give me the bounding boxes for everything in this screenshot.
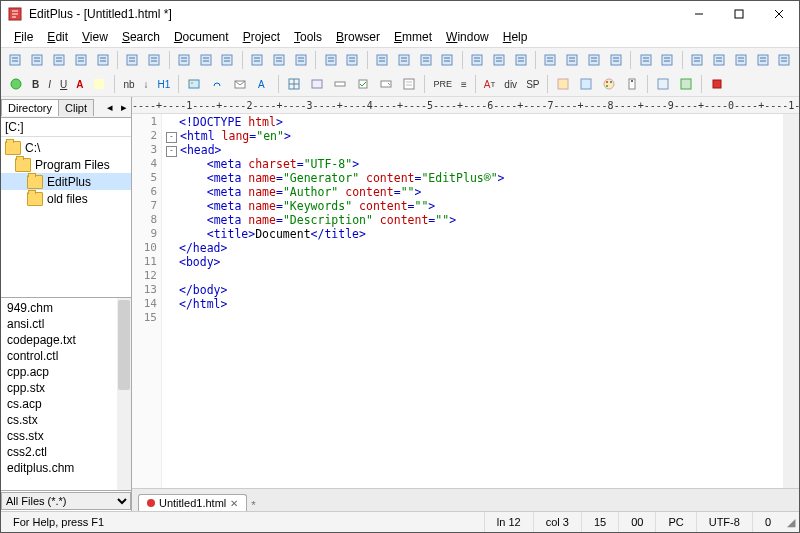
note-button[interactable] [621, 73, 643, 95]
new-button[interactable] [5, 49, 26, 71]
settings-button[interactable] [752, 49, 773, 71]
redo-button[interactable] [342, 49, 363, 71]
object-button[interactable] [675, 73, 697, 95]
paste-button[interactable] [290, 49, 311, 71]
form-button[interactable] [306, 73, 328, 95]
file-item[interactable]: cs.stx [3, 412, 129, 428]
textfont-button[interactable]: AT [480, 73, 500, 95]
menu-file[interactable]: File [7, 28, 40, 46]
file-item[interactable]: css2.ctl [3, 444, 129, 460]
editor-scrollbar[interactable] [783, 114, 799, 488]
file-item[interactable]: cs.acp [3, 396, 129, 412]
css-button[interactable] [575, 73, 597, 95]
minimize-button[interactable] [679, 1, 719, 27]
close-button[interactable] [759, 1, 799, 27]
folder-tree[interactable]: C:\Program FilesEditPlusold files [1, 137, 131, 297]
highlight-button[interactable] [88, 73, 110, 95]
tree-node[interactable]: old files [1, 190, 131, 207]
options-button[interactable] [774, 49, 795, 71]
replace-button[interactable] [489, 49, 510, 71]
menu-window[interactable]: Window [439, 28, 496, 46]
goto-button[interactable] [510, 49, 531, 71]
sidebar-tab-cliptext[interactable]: Clipt [58, 99, 94, 116]
italic-button[interactable]: I [44, 73, 55, 95]
mail-button[interactable] [229, 73, 251, 95]
world-icon[interactable] [5, 73, 27, 95]
undo-button[interactable] [320, 49, 341, 71]
document-tab-close-icon[interactable]: ✕ [230, 498, 238, 509]
input-button[interactable] [329, 73, 351, 95]
windows-button[interactable] [605, 49, 626, 71]
record-button[interactable] [709, 49, 730, 71]
file-item[interactable]: ansi.ctl [3, 316, 129, 332]
linenum-button[interactable] [393, 49, 414, 71]
menu-search[interactable]: Search [115, 28, 167, 46]
resize-grip-icon[interactable]: ◢ [783, 516, 799, 529]
document-tab[interactable]: Untitled1.html ✕ [138, 494, 247, 511]
save-button[interactable] [70, 49, 91, 71]
preview-button[interactable] [122, 49, 143, 71]
heading-button[interactable]: H1 [154, 73, 175, 95]
open-remote-button[interactable] [49, 49, 70, 71]
table-button[interactable] [283, 73, 305, 95]
font-button[interactable]: A [252, 73, 274, 95]
sidebar-nav-right-icon[interactable]: ▸ [117, 101, 131, 114]
ruler-toggle-button[interactable] [415, 49, 436, 71]
palette-button[interactable] [598, 73, 620, 95]
sidebar-tab-directory[interactable]: Directory [1, 99, 59, 116]
drive-selector[interactable]: [C:] [1, 118, 131, 137]
cut-button[interactable] [247, 49, 268, 71]
menu-browser[interactable]: Browser [329, 28, 387, 46]
list-button[interactable]: ≡ [457, 73, 471, 95]
image-button[interactable] [183, 73, 205, 95]
sidebar-nav-left-icon[interactable]: ◂ [103, 101, 117, 114]
file-item[interactable]: cpp.acp [3, 364, 129, 380]
textarea-button[interactable] [398, 73, 420, 95]
sync-button[interactable] [687, 49, 708, 71]
window-button[interactable] [584, 49, 605, 71]
checkbox-button[interactable] [352, 73, 374, 95]
browser-button[interactable] [144, 49, 165, 71]
file-item[interactable]: control.ctl [3, 348, 129, 364]
stop-button[interactable] [706, 73, 728, 95]
indent-inc-button[interactable] [657, 49, 678, 71]
anchor-button[interactable]: ↓ [140, 73, 153, 95]
link-button[interactable] [206, 73, 228, 95]
menu-document[interactable]: Document [167, 28, 236, 46]
document-tab-overflow-icon[interactable]: * [251, 499, 255, 511]
split-h-button[interactable] [540, 49, 561, 71]
search-button[interactable] [173, 49, 194, 71]
menu-tools[interactable]: Tools [287, 28, 329, 46]
span-button[interactable]: SP [522, 73, 543, 95]
file-filter-select[interactable]: All Files (*.*) [1, 492, 131, 510]
file-item[interactable]: editplus.chm [3, 460, 129, 476]
play-button[interactable] [730, 49, 751, 71]
fullscreen-button[interactable] [437, 49, 458, 71]
file-item[interactable]: css.stx [3, 428, 129, 444]
script-button[interactable] [552, 73, 574, 95]
div-button[interactable]: div [500, 73, 521, 95]
fold-icon[interactable]: - [166, 132, 177, 143]
fold-icon[interactable]: - [166, 146, 177, 157]
maximize-button[interactable] [719, 1, 759, 27]
tree-node[interactable]: C:\ [1, 139, 131, 156]
open-button[interactable] [27, 49, 48, 71]
code-editor[interactable]: <!DOCTYPE html>-<html lang="en">-<head> … [162, 114, 783, 488]
menu-edit[interactable]: Edit [40, 28, 75, 46]
folder-button[interactable] [195, 49, 216, 71]
underline-button[interactable]: U [56, 73, 71, 95]
nbsp-button[interactable]: nb [119, 73, 138, 95]
tree-node[interactable]: Program Files [1, 156, 131, 173]
find-button[interactable] [467, 49, 488, 71]
wordwrap-button[interactable] [372, 49, 393, 71]
win-button[interactable] [652, 73, 674, 95]
menu-emmet[interactable]: Emmet [387, 28, 439, 46]
indent-dec-button[interactable] [635, 49, 656, 71]
file-list-scrollbar[interactable] [117, 298, 131, 490]
file-item[interactable]: cpp.stx [3, 380, 129, 396]
hex-button[interactable] [217, 49, 238, 71]
copy-button[interactable] [269, 49, 290, 71]
menu-help[interactable]: Help [496, 28, 535, 46]
print-button[interactable] [92, 49, 113, 71]
file-filter[interactable]: All Files (*.*) [1, 490, 131, 511]
